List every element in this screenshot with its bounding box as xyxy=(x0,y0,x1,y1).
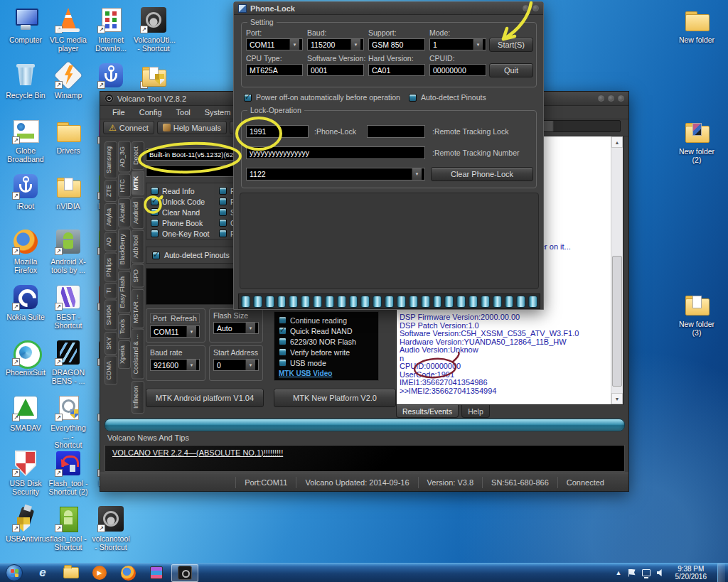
checkbox[interactable] xyxy=(279,327,287,335)
phone-lock-input[interactable]: 1991 xyxy=(246,125,309,138)
window-button-3[interactable] xyxy=(618,95,624,102)
chevron-down-icon[interactable]: ▼ xyxy=(412,168,422,180)
chevron-down-icon[interactable]: ▼ xyxy=(245,360,255,370)
boot-field-2[interactable] xyxy=(146,165,235,177)
brand-tab[interactable]: MTK xyxy=(132,171,144,195)
desktop-icon[interactable]: New folder xyxy=(677,6,717,44)
boot-select[interactable]: Built-in Boot-11(v5.1232)(625A xyxy=(146,149,235,161)
dialog-button-1[interactable] xyxy=(523,5,529,11)
operation-option[interactable]: Clear Nand xyxy=(151,207,210,217)
dialog-titlebar[interactable]: Phone-Lock xyxy=(234,2,543,15)
checkbox[interactable] xyxy=(219,198,227,205)
dialog-button-2[interactable] xyxy=(532,5,539,11)
checkbox[interactable] xyxy=(279,348,287,356)
start-address-select[interactable]: 0▼ xyxy=(213,359,259,371)
checkbox[interactable] xyxy=(151,198,159,205)
start-button[interactable] xyxy=(1,564,28,582)
checkbox[interactable] xyxy=(151,208,159,216)
brand-tab[interactable]: SI4904 xyxy=(105,300,117,330)
menu-item[interactable]: Config xyxy=(133,107,168,117)
menu-item[interactable]: File xyxy=(106,107,132,117)
brand-tab[interactable]: Anyka xyxy=(105,203,117,231)
tab-results-events[interactable]: Results/Events xyxy=(396,405,459,418)
operation-option[interactable]: Phone Book xyxy=(151,217,210,228)
baud-rate-select[interactable]: 921600▼ xyxy=(150,359,200,371)
brand-tab[interactable]: Detect xyxy=(132,141,144,170)
brand-tab[interactable]: TI xyxy=(105,283,117,298)
checkbox[interactable] xyxy=(279,359,287,367)
brand-tab[interactable]: AdbTool xyxy=(132,230,144,264)
operation-option[interactable]: Unlock Code xyxy=(151,196,210,207)
setting-input[interactable]: MT625A▼ xyxy=(246,64,303,76)
checkbox[interactable] xyxy=(151,230,159,237)
taskbar-item-firefox[interactable] xyxy=(114,564,141,582)
taskbar-item-explorer[interactable] xyxy=(58,564,85,582)
tray-clock[interactable]: 9:38 PM 5/20/2016 xyxy=(671,565,712,581)
window-button-2[interactable] xyxy=(608,95,614,102)
brand-tab[interactable]: SPD xyxy=(132,264,144,288)
chevron-down-icon[interactable]: ▼ xyxy=(186,360,196,370)
setting-input[interactable]: COM11▼ xyxy=(246,38,303,50)
chevron-down-icon[interactable]: ▼ xyxy=(473,39,483,50)
brand-tab[interactable]: Xperia xyxy=(118,340,131,369)
window-button-1[interactable] xyxy=(598,95,604,102)
brand-tab[interactable]: CDMA xyxy=(105,356,117,385)
checkbox[interactable] xyxy=(151,187,159,195)
brand-tab[interactable]: ZTE xyxy=(105,180,117,202)
brand-tab[interactable]: Coolsand & ... xyxy=(132,329,144,379)
clear-code-select[interactable]: 1122▼ xyxy=(246,168,425,180)
setting-input[interactable]: CA01▼ xyxy=(368,64,425,76)
chevron-down-icon[interactable]: ▼ xyxy=(186,326,196,337)
desktop-icon[interactable]: New folder (2) xyxy=(677,117,717,164)
brand-tab[interactable]: AD xyxy=(105,232,117,252)
remote-tracking-number-input[interactable]: yyyyyyyyyyyyyyyy xyxy=(246,146,425,159)
setting-input[interactable]: 0001▼ xyxy=(307,64,364,76)
flash-size-select[interactable]: Auto▼ xyxy=(213,322,259,334)
read-option[interactable]: USB mode xyxy=(279,357,374,368)
read-option[interactable]: Verify before write xyxy=(279,347,374,357)
operation-option[interactable]: One-Key Root xyxy=(151,228,210,239)
brand-tab[interactable]: BlackBerry xyxy=(118,229,131,270)
setting-input[interactable]: 00000000▼ xyxy=(429,64,486,76)
connect-button[interactable]: ⚠Connect xyxy=(103,121,154,134)
mtk-new-platform-button[interactable]: MTK New Platform V2.0 xyxy=(274,389,396,407)
brand-tab[interactable]: Android xyxy=(132,197,144,229)
remote-tracking-lock-input[interactable] xyxy=(367,125,425,138)
brand-tab[interactable]: AD_3G xyxy=(118,141,131,173)
checkbox[interactable] xyxy=(409,94,417,102)
taskbar-item-media-player[interactable]: ▶ xyxy=(86,564,113,582)
quit-button[interactable]: Quit xyxy=(489,63,533,77)
help-manuals-button[interactable]: Help Manuals xyxy=(157,121,227,134)
chevron-down-icon[interactable]: ▼ xyxy=(350,39,360,50)
refresh-port-label[interactable]: Refresh xyxy=(171,314,197,323)
operation-option[interactable]: Read Info xyxy=(151,185,210,196)
brand-tab[interactable]: MSTAR ... xyxy=(132,289,144,328)
clear-phone-lock-button[interactable]: Clear Phone-Lock xyxy=(431,167,533,181)
scroll-up-icon[interactable]: ▲ xyxy=(611,136,623,148)
results-scrollbar[interactable]: ▲ ▼ xyxy=(611,136,623,404)
setting-input[interactable]: GSM 850▼ xyxy=(368,38,425,50)
taskbar-item-winrar[interactable] xyxy=(143,564,170,582)
checkbox[interactable] xyxy=(219,219,227,227)
brand-tab[interactable]: SKY xyxy=(105,332,117,355)
brand-tab[interactable]: HTC xyxy=(118,174,131,198)
menu-item[interactable]: Tool xyxy=(170,107,197,117)
mtk-usb-video-link[interactable]: MTK USB Video xyxy=(279,370,374,377)
scroll-down-icon[interactable]: ▼ xyxy=(611,393,623,404)
scrollbar-thumb[interactable] xyxy=(612,256,622,387)
checkbox[interactable] xyxy=(279,338,287,345)
checkbox[interactable] xyxy=(244,94,252,102)
brand-tab[interactable]: Tools xyxy=(118,314,131,339)
taskbar-item-volcano-active[interactable] xyxy=(171,564,198,582)
chevron-down-icon[interactable]: ▼ xyxy=(289,39,299,50)
action-center-flag-icon[interactable] xyxy=(628,569,636,577)
setting-input[interactable]: 115200▼ xyxy=(307,38,364,50)
desktop-icon[interactable]: New folder (3) xyxy=(677,290,717,337)
checkbox[interactable] xyxy=(279,316,287,324)
chevron-down-icon[interactable]: ▼ xyxy=(245,323,255,333)
volume-icon[interactable] xyxy=(657,569,665,577)
brand-tab[interactable]: Philips xyxy=(105,253,117,282)
menu-item[interactable]: System xyxy=(198,107,237,117)
brand-tab[interactable]: Easy Flash xyxy=(118,271,131,313)
read-option[interactable]: 6229/30 NOR Flash xyxy=(279,336,374,347)
